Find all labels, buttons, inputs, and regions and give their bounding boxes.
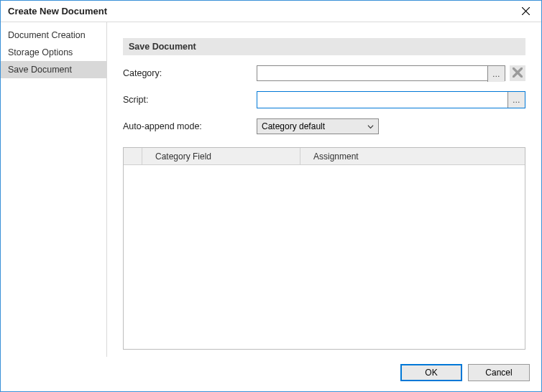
chevron-down-icon (367, 123, 374, 130)
titlebar: Create New Document (1, 1, 541, 22)
sidebar-item-label: Save Document (8, 65, 72, 75)
script-row: Script: ... (123, 91, 525, 108)
ok-button[interactable]: OK (400, 364, 462, 381)
table-body[interactable] (124, 165, 525, 349)
category-input-wrap: ... (257, 65, 505, 81)
script-label: Script: (123, 95, 252, 105)
dialog-footer: OK Cancel (1, 357, 541, 391)
sidebar-item-storage-options[interactable]: Storage Options (1, 44, 106, 61)
table-header-category-field[interactable]: Category Field (142, 148, 300, 164)
content-panel: Save Document Category: ... Scr (107, 22, 541, 357)
script-browse-button[interactable]: ... (507, 92, 525, 108)
table-header-assignment[interactable]: Assignment (300, 148, 525, 164)
sidebar-item-label: Storage Options (8, 47, 73, 57)
category-row: Category: ... (123, 65, 525, 81)
autoappend-label: Auto-append mode: (123, 121, 252, 131)
table-header: Category Field Assignment (124, 148, 525, 165)
autoappend-value: Category default (262, 121, 325, 131)
script-input-wrap: ... (257, 91, 525, 108)
close-icon (513, 67, 523, 80)
category-label: Category: (123, 68, 252, 78)
autoappend-row: Auto-append mode: Category default (123, 118, 525, 134)
sidebar: Document Creation Storage Options Save D… (1, 22, 107, 357)
dialog-body: Document Creation Storage Options Save D… (1, 22, 541, 357)
script-input[interactable] (257, 92, 507, 108)
category-input[interactable] (257, 66, 487, 80)
category-browse-button[interactable]: ... (487, 66, 505, 82)
table-header-indicator[interactable] (124, 148, 142, 164)
close-button[interactable] (510, 1, 541, 22)
dialog-window: Create New Document Document Creation St… (0, 0, 542, 392)
assignment-table: Category Field Assignment (123, 147, 525, 350)
sidebar-item-label: Document Creation (8, 30, 86, 40)
category-clear-button[interactable] (510, 65, 525, 81)
sidebar-item-document-creation[interactable]: Document Creation (1, 27, 106, 44)
ellipsis-icon: ... (492, 70, 500, 78)
autoappend-select[interactable]: Category default (257, 118, 379, 134)
close-icon (522, 6, 530, 17)
sidebar-item-save-document[interactable]: Save Document (1, 61, 106, 78)
ellipsis-icon: ... (513, 95, 520, 104)
cancel-button[interactable]: Cancel (468, 364, 530, 381)
window-title: Create New Document (8, 6, 107, 17)
panel-header: Save Document (123, 38, 525, 55)
